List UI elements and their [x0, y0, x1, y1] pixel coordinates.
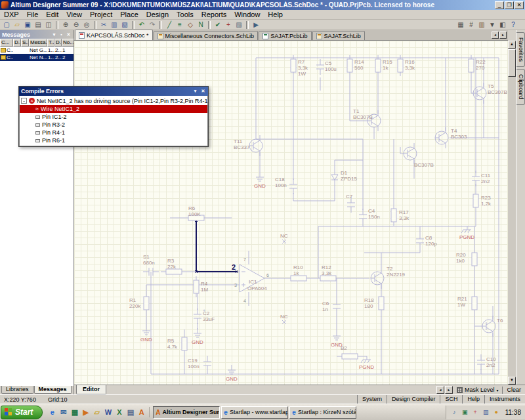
compile-icon[interactable]: ✔	[213, 20, 223, 30]
menu-tools[interactable]: Tools	[173, 10, 198, 20]
folder-icon[interactable]: ▱	[92, 407, 102, 417]
error-detail-row[interactable]: Pin R6-1	[20, 136, 207, 144]
compile-errors-close-icon[interactable]: ✕	[200, 89, 206, 94]
document-tab[interactable]: KAPCSOLÁS.SchDoc *	[75, 30, 153, 40]
menu-place[interactable]: Place	[116, 10, 142, 20]
document-tab[interactable]: SAJAT.PcbLib	[259, 31, 311, 40]
update-icon[interactable]: ●	[492, 408, 501, 417]
document-tab[interactable]: SAJAT.SchLib	[312, 31, 365, 40]
messages-column-header[interactable]: No...	[62, 39, 74, 47]
media-player-icon[interactable]: ▶	[81, 407, 91, 417]
panel-tab-messages[interactable]: Messages	[34, 386, 72, 394]
clear-button[interactable]: Clear	[507, 387, 521, 393]
scroll-left-icon[interactable]: ◂	[436, 386, 444, 394]
close-button[interactable]: ✕	[514, 1, 524, 9]
open-document-icon[interactable]: ▱	[12, 20, 22, 30]
scroll-tabs-right-icon[interactable]: ▸	[499, 32, 507, 39]
scroll-tabs-left-icon[interactable]: ◂	[492, 32, 499, 39]
taskbar-task[interactable]: eStartlap - www.startlap...	[221, 406, 288, 419]
document-tab[interactable]: Miscellaneous Connectors.SchLib	[154, 31, 259, 40]
panel-pin-icon[interactable]: ▪	[58, 32, 64, 37]
message-row[interactable]: C...Net G...1...2...1	[0, 47, 74, 54]
zoom-out-icon[interactable]: ⊖	[71, 20, 81, 30]
statusbar-panel-sch[interactable]: SCH	[440, 395, 462, 404]
taskbar-task[interactable]: eStartlap : KirzeN szótár -...	[289, 406, 356, 419]
display-icon[interactable]: ▥	[482, 408, 490, 417]
place-wire-icon[interactable]: ╱	[164, 20, 175, 30]
total-commander-icon[interactable]: ▤	[125, 407, 135, 417]
start-button[interactable]: Start	[1, 406, 43, 419]
menu-project[interactable]: Project	[86, 10, 116, 20]
scroll-down-icon[interactable]: ▼	[508, 377, 516, 385]
vertical-scrollbar[interactable]: ▲ ▼	[508, 41, 516, 385]
menu-view[interactable]: View	[62, 10, 86, 20]
scroll-up-icon[interactable]: ▲	[508, 41, 516, 49]
internet-explorer-icon[interactable]: e	[47, 407, 57, 417]
side-tab-clipboard[interactable]: Clipboard	[516, 69, 525, 105]
statusbar-panel-help[interactable]: Help	[462, 395, 484, 404]
maximize-button[interactable]: ❐	[505, 1, 514, 9]
altium-icon[interactable]: A	[136, 407, 146, 417]
filter-icon[interactable]: ▨	[234, 20, 244, 30]
messages-column-header[interactable]: Messa...	[29, 39, 47, 47]
mask-level-dropdown-icon[interactable]: ▾	[496, 388, 498, 392]
panel-tab-libraries[interactable]: Libraries	[1, 386, 33, 394]
statusbar-panel-system[interactable]: System	[357, 395, 387, 404]
message-row[interactable]: C...Net N...1...2...2	[0, 54, 74, 61]
menu-dxp[interactable]: DXP	[0, 10, 23, 20]
error-detail-row[interactable]: ≈Wire NetIC1_2	[20, 105, 207, 113]
messages-column-header[interactable]: S...	[21, 39, 29, 47]
side-tab-favorites[interactable]: Favorites	[516, 32, 525, 67]
menu-design[interactable]: Design	[142, 10, 173, 20]
compile-errors-window[interactable]: Compile Errors ▾✕ - × Net NetIC1_2 has n…	[18, 86, 209, 147]
mail-icon[interactable]: ✉	[58, 407, 68, 417]
zoom-fit-icon[interactable]: ◎	[81, 20, 92, 30]
zoom-in-icon[interactable]: ⊕	[60, 20, 71, 30]
antivirus-icon[interactable]: +	[471, 408, 480, 417]
paste-icon[interactable]: ▧	[119, 20, 130, 30]
compile-errors-titlebar[interactable]: Compile Errors ▾✕	[19, 87, 208, 96]
place-net-label-icon[interactable]: N	[196, 20, 206, 30]
volume-icon[interactable]: ♪	[450, 408, 459, 417]
messages-panel-caption[interactable]: Messages ▾▪✕	[0, 30, 74, 39]
visible-grid-icon[interactable]: #	[466, 20, 476, 30]
tab-editor[interactable]: Editor	[76, 385, 106, 394]
error-detail-row[interactable]: Pin R4-1	[20, 129, 207, 136]
filter-panel-icon[interactable]: ▼	[487, 20, 497, 30]
menu-help[interactable]: Help	[264, 10, 287, 20]
panels-icon[interactable]: ◧	[497, 20, 508, 30]
redo-icon[interactable]: ↷	[147, 20, 158, 30]
word-icon[interactable]: W	[103, 407, 113, 417]
panel-menu-icon[interactable]: ▾	[51, 32, 57, 37]
menu-edit[interactable]: Edit	[42, 10, 62, 20]
show-desktop-icon[interactable]: ▦	[70, 407, 79, 417]
messages-column-header[interactable]: C...	[0, 39, 13, 47]
messages-column-header[interactable]: D...	[54, 39, 62, 47]
error-root-row[interactable]: - × Net NetIC1_2 has no driving source (…	[20, 96, 207, 105]
snap-grid-icon[interactable]: ▦	[455, 20, 466, 30]
mask-level-button[interactable]: Mask Level	[465, 387, 495, 393]
panel-close-icon[interactable]: ✕	[66, 32, 72, 37]
messages-column-header[interactable]: T...	[47, 39, 54, 47]
print-preview-icon[interactable]: ◫	[43, 20, 54, 30]
copy-icon[interactable]: ▥	[109, 20, 119, 30]
taskbar-task[interactable]: AAltium Designer Sum...	[153, 406, 220, 419]
statusbar-panel-instruments[interactable]: Instruments	[484, 395, 525, 404]
network-icon[interactable]: ▣	[461, 408, 469, 417]
tree-collapse-icon[interactable]: -	[21, 98, 27, 104]
statusbar-panel-design-compiler[interactable]: Design Compiler	[387, 395, 440, 404]
minimize-button[interactable]: _	[495, 1, 504, 9]
error-detail-row[interactable]: Pin R3-2	[20, 121, 207, 129]
scroll-right-icon[interactable]: ▸	[445, 386, 453, 394]
excel-icon[interactable]: X	[114, 407, 124, 417]
cut-icon[interactable]: ✂	[98, 20, 109, 30]
new-document-icon[interactable]: ▢	[1, 20, 12, 30]
menu-window[interactable]: Window	[230, 10, 264, 20]
undo-icon[interactable]: ↶	[136, 20, 147, 30]
help-icon[interactable]: ?	[508, 20, 518, 30]
browse-components-icon[interactable]: ▥	[476, 20, 487, 30]
menu-file[interactable]: File	[23, 10, 43, 20]
print-icon[interactable]: ▤	[33, 20, 43, 30]
compile-errors-menu-icon[interactable]: ▾	[192, 89, 198, 94]
save-document-icon[interactable]: ▣	[22, 20, 33, 30]
